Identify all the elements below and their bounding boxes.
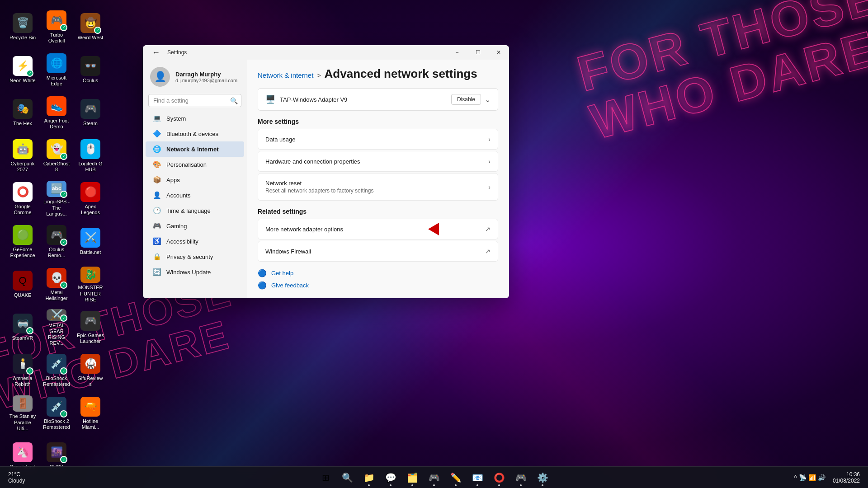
desktop-icon-apex[interactable]: 🔴 Apex Legends [75, 178, 106, 219]
icon-label-oculus: Oculus [83, 78, 98, 84]
minimize-button[interactable]: − [447, 45, 467, 60]
chevron-right-icon: › [488, 136, 491, 143]
desktop-icon-turbo-overkill[interactable]: 🎮 ✓ Turbo Overkill [41, 7, 72, 47]
desktop-icon-battlenet[interactable]: ⚔️ Battle.net [75, 221, 106, 262]
nav-item-apps[interactable]: 📦 Apps [146, 172, 244, 188]
taskbar-editor[interactable]: ✏️ [446, 468, 466, 488]
taskbar-settings-tray[interactable]: ⚙️ [533, 468, 552, 488]
taskbar-email[interactable]: 📧 [467, 468, 487, 488]
tray-wifi[interactable]: 📶 [808, 474, 816, 481]
desktop-icon-the-hex[interactable]: 🎭 The Hex [7, 93, 38, 133]
nav-label-gaming: Gaming [166, 223, 187, 230]
nav-icon-apps: 📦 [153, 176, 161, 184]
data-usage-left: Data usage [265, 136, 296, 143]
search-button[interactable]: 🔍 [337, 468, 357, 488]
give-feedback-link[interactable]: 🔵 Give feedback [258, 281, 498, 290]
taskbar-xbox[interactable]: 🎮 [424, 468, 444, 488]
desktop-icon-anger-foot[interactable]: 👟 Anger Foot Demo [41, 93, 72, 133]
nav-icon-personalisation: 🎨 [153, 160, 161, 169]
badge-check: ✓ [60, 410, 67, 418]
nav-label-personalisation: Personalisation [166, 161, 207, 168]
start-button[interactable]: ⊞ [316, 468, 335, 488]
desktop-icon-linguists[interactable]: 🔤 ✓ LinguiSPS - The Langus... [41, 178, 72, 219]
desktop-icon-microsoft-edge[interactable]: 🌐 Microsoft Edge [41, 50, 72, 90]
nav-label-apps: Apps [166, 177, 180, 183]
nav-item-personalisation[interactable]: 🎨 Personalisation [146, 157, 244, 172]
nav-item-network[interactable]: 🌐 Network & internet [146, 141, 244, 157]
tray-chevron[interactable]: ^ [794, 474, 797, 481]
red-arrow-indicator [428, 223, 439, 235]
desktop-icon-geforce[interactable]: 🟢 GeForce Experience [7, 221, 38, 262]
related-settings-header: Related settings [258, 208, 498, 215]
clock[interactable]: 10:36 01/08/2022 [829, 469, 863, 486]
desktop-icon-oculus-remote[interactable]: 🎮 ✓ Oculus Remo... [41, 221, 72, 262]
more-network-row[interactable]: More network adapter options ↗ [258, 219, 498, 239]
nav-item-accessibility[interactable]: ♿ Accessibility [146, 234, 244, 249]
icon-label-google-chrome: Google Chrome [9, 204, 36, 216]
icon-img-quake: Q [13, 271, 33, 291]
taskbar-right: ^ 📡 📶 🔊 10:36 01/08/2022 [552, 469, 863, 486]
desktop-icon-bioshock[interactable]: 💉 ✓ BioShock Remastered [41, 350, 72, 391]
icon-img-cyberghost: 👻 ✓ [47, 139, 66, 159]
hardware-row[interactable]: Hardware and connection properties › [258, 151, 498, 172]
back-button[interactable]: ← [148, 46, 164, 59]
search-box[interactable]: 🔍 [148, 94, 241, 107]
desktop-icon-epic-games[interactable]: 🎮 Epic Games Launcher [75, 307, 106, 348]
desktop-icon-recycle-bin[interactable]: 🗑️ Recycle Bin [7, 7, 38, 47]
desktop-icon-bioshock2[interactable]: 💉 ✓ BioShock 2 Remastered [41, 393, 72, 434]
desktop-icon-steamvr[interactable]: 🥽 ✓ SteamVR [7, 307, 38, 348]
taskbar-chrome[interactable]: ⭕ [489, 468, 509, 488]
nav-item-privacy[interactable]: 🔒 Privacy & security [146, 249, 244, 264]
desktop-icon-quake[interactable]: Q QUAKE [7, 264, 38, 305]
icon-label-logitech: Logitech G HUB [77, 161, 104, 173]
window-controls: − ☐ ✕ [447, 45, 509, 60]
taskbar-chat[interactable]: 💬 [381, 468, 401, 488]
nav-icon-privacy: 🔒 [153, 253, 161, 261]
desktop-icon-neon-white[interactable]: ⚡ ✓ Neon White [7, 50, 38, 90]
desktop-icon-google-chrome[interactable]: ⭕ Google Chrome [7, 178, 38, 219]
desktop-icon-weird-west[interactable]: 🤠 ✓ Weird West [75, 7, 106, 47]
desktop-icon-sifureviews[interactable]: 🥋 SifuReviews [75, 350, 106, 391]
tray-volume[interactable]: 🔊 [818, 474, 826, 481]
desktop-icon-steam[interactable]: 🎮 Steam [75, 93, 106, 133]
desktop-icon-hotline-miami[interactable]: 🔫 Hotline Miami... [75, 393, 106, 434]
disable-button[interactable]: Disable [451, 94, 481, 105]
weather-widget[interactable]: 21°C Cloudy [5, 469, 28, 486]
external-link-icon: ↗ [485, 225, 491, 233]
nav-item-bluetooth[interactable]: 🔷 Bluetooth & devices [146, 126, 244, 141]
desktop-icon-logitech[interactable]: 🖱️ Logitech G HUB [75, 136, 106, 176]
icon-img-dusk: 🌆 ✓ [47, 442, 66, 462]
desktop-icon-metal-hellsinger[interactable]: 💀 ✓ Metal Hellsinger [41, 264, 72, 305]
nav-item-system[interactable]: 💻 System [146, 111, 244, 126]
desktop-icon-amnesia[interactable]: 🕯️ ✓ Amnesia Rebirth [7, 350, 38, 391]
breadcrumb-parent[interactable]: Network & internet [258, 71, 313, 79]
icon-label-geforce: GeForce Experience [9, 247, 36, 258]
icon-label-neon-white: Neon White [9, 78, 35, 84]
desktop-icon-monster-hunter[interactable]: 🐉 MONSTER HUNTER RISE [75, 264, 106, 305]
nav-items: 💻 System 🔷 Bluetooth & devices 🌐 Network… [143, 111, 247, 280]
nav-icon-accounts: 👤 [153, 191, 161, 199]
nav-item-time[interactable]: 🕐 Time & language [146, 203, 244, 218]
data-usage-row[interactable]: Data usage › [258, 129, 498, 150]
clock-time: 10:36 [846, 471, 860, 478]
desktop-icon-metal-gear[interactable]: ⚔️ ✓ METAL GEAR RISING REV... [41, 307, 72, 348]
maximize-button[interactable]: ☐ [467, 45, 488, 60]
get-help-link[interactable]: 🔵 Get help [258, 269, 498, 277]
taskbar-file-manager[interactable]: 🗂️ [402, 468, 422, 488]
search-input[interactable] [148, 94, 241, 107]
windows-firewall-row[interactable]: Windows Firewall ↗ [258, 241, 498, 262]
desktop-icon-cyberpunk[interactable]: 🤖 Cyberpunk 2077 [7, 136, 38, 176]
close-button[interactable]: ✕ [488, 45, 509, 60]
taskbar-file-explorer[interactable]: 📁 [359, 468, 379, 488]
nav-item-gaming[interactable]: 🎮 Gaming [146, 218, 244, 234]
nav-item-windows-update[interactable]: 🔄 Windows Update [146, 264, 244, 280]
desktop-icon-cyberghost[interactable]: 👻 ✓ CyberGhost 8 [41, 136, 72, 176]
desktop-icon-oculus[interactable]: 👓 Oculus [75, 50, 106, 90]
tray-network[interactable]: 📡 [799, 474, 807, 481]
user-profile[interactable]: 👤 Darragh Murphy d.j.murphy2493@gmail.co… [143, 63, 247, 94]
nav-item-accounts[interactable]: 👤 Accounts [146, 188, 244, 203]
taskbar-steam[interactable]: 🎮 [511, 468, 531, 488]
network-reset-row[interactable]: Network reset Reset all network adapters… [258, 173, 498, 201]
expand-button[interactable]: ⌄ [485, 95, 491, 104]
desktop-icon-stanley-parable[interactable]: 🚪 The Stanley Parable Uiti... [7, 393, 38, 434]
